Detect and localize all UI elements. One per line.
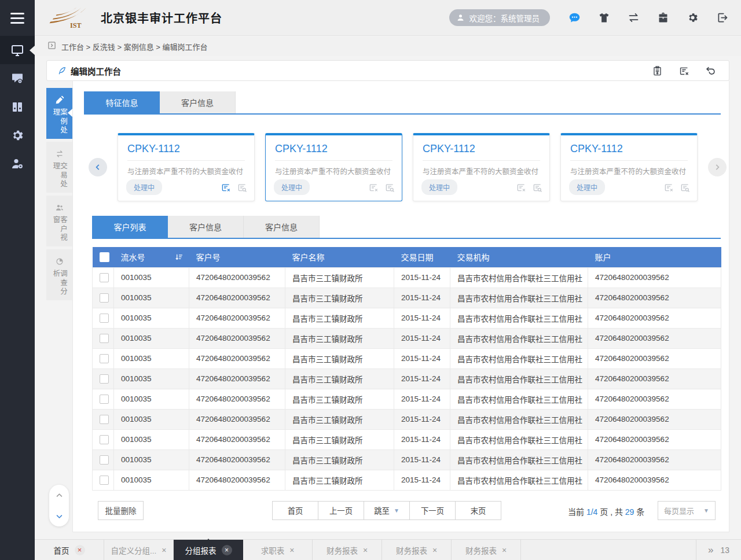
row-checkbox[interactable] xyxy=(100,395,109,404)
bottom-tab-label: 财务报表 xyxy=(396,544,427,556)
pager-button-下一页[interactable]: 下一页 xyxy=(409,501,456,520)
doc-search-icon[interactable] xyxy=(532,182,542,193)
tab-1-客户信息[interactable]: 客户信息 xyxy=(160,91,236,113)
doc-remove-icon[interactable] xyxy=(663,182,674,193)
doc-search-icon[interactable] xyxy=(237,182,247,193)
row-checkbox[interactable] xyxy=(100,314,109,323)
chevron-up-icon[interactable] xyxy=(55,491,64,500)
table-cell: 昌吉市农村信用合作联社三工信用社 xyxy=(450,267,588,288)
batch-delete-button[interactable]: 批量删除 xyxy=(98,501,144,520)
row-checkbox[interactable] xyxy=(100,293,109,303)
close-tab-icon[interactable]: × xyxy=(502,546,507,554)
table-cell: 47206480200039562 xyxy=(189,369,285,389)
logout-icon[interactable] xyxy=(716,12,728,24)
doc-remove-icon[interactable] xyxy=(678,65,689,76)
vtab-调查分析[interactable]: 调查分析 xyxy=(46,249,72,300)
bottom-tab-5-财务报表[interactable]: 财务报表× xyxy=(382,540,452,560)
close-tab-icon[interactable]: × xyxy=(222,545,232,555)
row-checkbox[interactable] xyxy=(100,476,109,485)
close-tab-icon[interactable]: × xyxy=(432,546,437,554)
row-checkbox[interactable] xyxy=(100,455,109,465)
case-card-1[interactable]: CPKY-1112与注册资本严重不符的大额资金收付处理中 xyxy=(265,133,402,201)
case-card-2[interactable]: CPKY-1112与注册资本严重不符的大额资金收付处理中 xyxy=(413,133,550,201)
table-cell: 0010035 xyxy=(114,369,189,389)
bottom-tab-3-求职表[interactable]: 求职表× xyxy=(243,540,313,560)
table-cell: 昌吉市三工镇财政所 xyxy=(285,409,394,429)
undo-icon[interactable] xyxy=(705,65,716,76)
close-tab-icon[interactable]: × xyxy=(289,546,294,554)
sidebar-item-chat-gear[interactable] xyxy=(0,64,35,93)
vtab-案例处理[interactable]: 案例处理 xyxy=(46,88,72,139)
doc-remove-icon[interactable] xyxy=(221,182,231,193)
bottom-bar-right: » 13 xyxy=(696,540,741,560)
pager-button-首页[interactable]: 首页 xyxy=(272,501,318,520)
select-all-checkbox[interactable] xyxy=(100,252,109,262)
row-checkbox[interactable] xyxy=(100,415,109,424)
row-checkbox[interactable] xyxy=(100,354,109,363)
doc-remove-icon[interactable] xyxy=(516,182,526,193)
carousel-prev-button[interactable] xyxy=(89,158,107,176)
tabs-underline xyxy=(84,113,721,115)
card-track: CPKY-1112与注册资本严重不符的大额资金收付处理中CPKY-1112与注册… xyxy=(118,133,698,201)
bottom-tab-1-自定义分组...[interactable]: 自定义分组...× xyxy=(104,540,174,560)
pager-button-末页[interactable]: 末页 xyxy=(455,501,501,520)
close-tab-icon[interactable]: × xyxy=(162,546,166,554)
doc-search-icon[interactable] xyxy=(384,182,395,193)
sort-icon[interactable] xyxy=(175,253,184,261)
chevron-down-icon[interactable] xyxy=(55,512,64,521)
binders-icon xyxy=(10,100,24,114)
feather-icon xyxy=(57,66,67,75)
sidebar-item-monitor[interactable] xyxy=(0,36,35,64)
page-size-select[interactable]: 每页显示 ▼ xyxy=(658,501,716,520)
bottom-tab-4-财务报表[interactable]: 财务报表× xyxy=(313,540,382,560)
feature-tabs: 特征信息客户信息 xyxy=(84,91,729,113)
bottom-tab-label: 自定义分组... xyxy=(111,544,157,556)
briefcase-icon[interactable] xyxy=(657,12,669,24)
row-checkbox[interactable] xyxy=(100,334,109,343)
vtab-交易处理[interactable]: 交易处理 xyxy=(46,142,72,193)
gear-icon[interactable] xyxy=(687,12,699,24)
pager-button-上一页[interactable]: 上一页 xyxy=(318,501,364,520)
card-divider xyxy=(275,160,392,161)
doc-remove-icon[interactable] xyxy=(368,182,379,193)
swap-loop-icon xyxy=(55,149,64,159)
pager-button-跳至[interactable]: 跳至▼ xyxy=(364,501,410,520)
sidebar-item-gear-wrench[interactable] xyxy=(0,121,35,149)
list-tab-1-客户信息[interactable]: 客户信息 xyxy=(168,216,244,238)
bottom-tab-0-首页[interactable]: 首页× xyxy=(35,540,104,560)
bottom-tab-label: 分组报表 xyxy=(185,544,217,556)
close-tab-icon[interactable]: × xyxy=(363,546,368,554)
case-card-0[interactable]: CPKY-1112与注册资本严重不符的大额资金收付处理中 xyxy=(118,133,255,201)
vtab-客户视窗[interactable]: 客户视窗 xyxy=(46,196,72,246)
case-card-3[interactable]: CPKY-1112与注册资本严重不符的大额资金收付处理中 xyxy=(560,133,698,201)
bottom-tab-6-财务报表[interactable]: 财务报表× xyxy=(452,540,521,560)
message-icon[interactable] xyxy=(568,12,581,24)
list-tab-2-客户信息[interactable]: 客户信息 xyxy=(244,216,320,238)
clipboard-up-icon[interactable] xyxy=(652,65,663,76)
card-actions xyxy=(516,182,542,193)
carousel-next-button[interactable] xyxy=(708,158,727,176)
bottom-tab-label: 求职表 xyxy=(261,544,285,556)
swap-arrows-icon[interactable] xyxy=(628,12,640,24)
column-header-交易机构: 交易机构 xyxy=(450,247,588,267)
sidebar-item-user-gear[interactable] xyxy=(0,149,35,178)
table-cell: 47206480200039562 xyxy=(189,328,285,348)
bottom-tab-2-分组报表[interactable]: 分组报表× xyxy=(174,540,243,560)
table-cell: 47206480200039562 xyxy=(189,288,285,308)
more-tabs-icon[interactable]: » xyxy=(708,544,712,556)
table-cell: 昌吉市三工镇财政所 xyxy=(285,470,394,490)
row-checkbox[interactable] xyxy=(100,273,109,282)
menu-toggle-icon[interactable] xyxy=(0,0,35,36)
row-checkbox[interactable] xyxy=(100,435,109,444)
shirt-icon[interactable] xyxy=(598,12,610,24)
row-checkbox[interactable] xyxy=(100,374,109,384)
tab-0-特征信息[interactable]: 特征信息 xyxy=(84,91,160,113)
sidebar-item-binders[interactable] xyxy=(0,93,35,121)
user-welcome-pill[interactable]: 欢迎您：系统管理员 xyxy=(449,9,551,26)
table-cell: 0010035 xyxy=(114,308,189,328)
caret-down-icon: ▼ xyxy=(394,507,399,514)
doc-search-icon[interactable] xyxy=(680,182,690,193)
close-tab-icon[interactable]: × xyxy=(75,545,85,555)
breadcrumb-expand-icon[interactable] xyxy=(47,41,56,52)
list-tab-0-客户列表[interactable]: 客户列表 xyxy=(92,216,168,238)
